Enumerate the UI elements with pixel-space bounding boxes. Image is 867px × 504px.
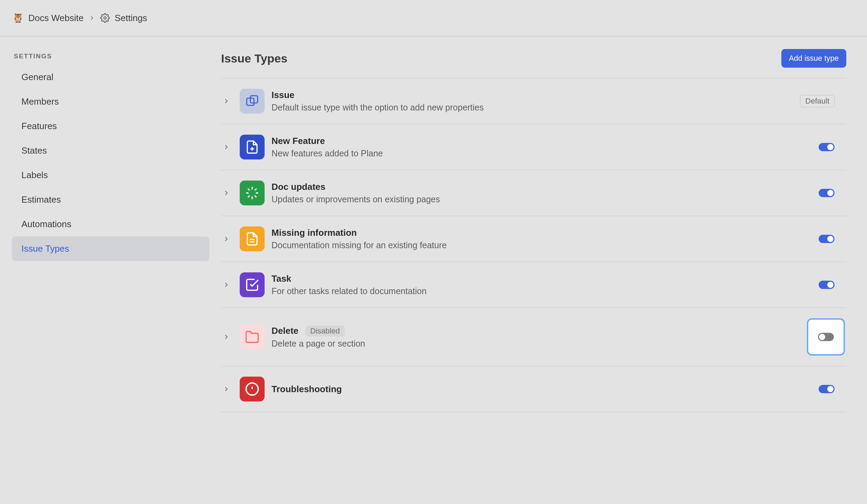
type-name: Issue (271, 90, 484, 100)
sidebar: SETTINGS General Members Features States… (0, 37, 221, 412)
alert-circle-icon (240, 377, 265, 401)
sidebar-item-members[interactable]: Members (12, 89, 209, 114)
issue-type-row: Issue Default issue type with the option… (221, 78, 846, 124)
disabled-chip: Disabled (305, 326, 345, 337)
toggle-enable[interactable] (819, 143, 835, 151)
breadcrumb: 🦉 Docs Website Settings (0, 0, 867, 37)
type-name: Doc updates (271, 182, 440, 192)
sidebar-item-automations[interactable]: Automations (12, 212, 209, 236)
issue-type-row: Task For other tasks related to document… (221, 262, 846, 308)
project-icon: 🦉 (12, 13, 23, 23)
sidebar-title: SETTINGS (12, 52, 209, 60)
expand-icon[interactable] (222, 235, 233, 243)
svg-point-0 (104, 17, 106, 19)
gear-icon (100, 13, 110, 23)
layers-icon (240, 89, 265, 114)
svg-line-8 (255, 195, 256, 197)
sidebar-item-general[interactable]: General (12, 65, 209, 89)
type-name: Task (271, 273, 427, 284)
expand-icon[interactable] (222, 385, 233, 393)
toggle-enable[interactable] (819, 235, 835, 243)
expand-icon[interactable] (222, 333, 233, 341)
sidebar-item-labels[interactable]: Labels (12, 163, 209, 187)
type-desc: Documentation missing for an existing fe… (271, 240, 447, 250)
breadcrumb-project[interactable]: Docs Website (28, 13, 84, 23)
type-name: Missing information (271, 227, 447, 238)
issue-type-row: Delete Disabled Delete a page or section (221, 308, 846, 366)
issue-type-row: Missing information Documentation missin… (221, 216, 846, 262)
sidebar-item-issue-types[interactable]: Issue Types (12, 236, 209, 261)
main-panel: Issue Types Add issue type Issue Default… (221, 37, 867, 412)
type-desc: For other tasks related to documentation (271, 286, 427, 296)
issue-type-row: Doc updates Updates or improvements on e… (221, 170, 846, 216)
toggle-enable[interactable] (818, 333, 834, 341)
expand-icon[interactable] (222, 189, 233, 197)
toggle-enable[interactable] (819, 281, 835, 289)
type-desc: Updates or improvements on existing page… (271, 194, 440, 204)
type-name: Troubleshooting (271, 384, 342, 395)
loader-icon (240, 181, 265, 205)
type-desc: Delete a page or section (271, 339, 365, 349)
folder-icon (240, 324, 265, 349)
file-text-icon (240, 226, 265, 251)
default-badge: Default (800, 95, 835, 107)
sidebar-item-estimates[interactable]: Estimates (12, 187, 209, 212)
issue-type-row: New Feature New features added to Plane (221, 124, 846, 170)
breadcrumb-page: Settings (115, 13, 147, 23)
file-plus-icon (240, 135, 265, 159)
chevron-right-icon (88, 14, 95, 21)
svg-line-11 (248, 195, 250, 197)
page-title: Issue Types (221, 52, 287, 65)
type-desc: New features added to Plane (271, 148, 383, 158)
add-issue-type-button[interactable]: Add issue type (781, 49, 846, 68)
expand-icon[interactable] (222, 281, 233, 289)
sidebar-item-states[interactable]: States (12, 138, 209, 163)
issue-type-row: Troubleshooting (221, 366, 846, 412)
expand-icon[interactable] (222, 97, 233, 105)
sidebar-item-features[interactable]: Features (12, 114, 209, 138)
expand-icon[interactable] (222, 143, 233, 151)
svg-line-12 (255, 189, 256, 191)
type-name: New Feature (271, 136, 383, 146)
type-name: Delete (271, 326, 298, 336)
toggle-enable[interactable] (819, 189, 835, 197)
toggle-enable[interactable] (819, 385, 835, 393)
svg-line-7 (248, 189, 250, 191)
check-square-icon (240, 272, 265, 297)
type-desc: Default issue type with the option to ad… (271, 103, 484, 113)
toggle-focus-ring (807, 318, 845, 356)
